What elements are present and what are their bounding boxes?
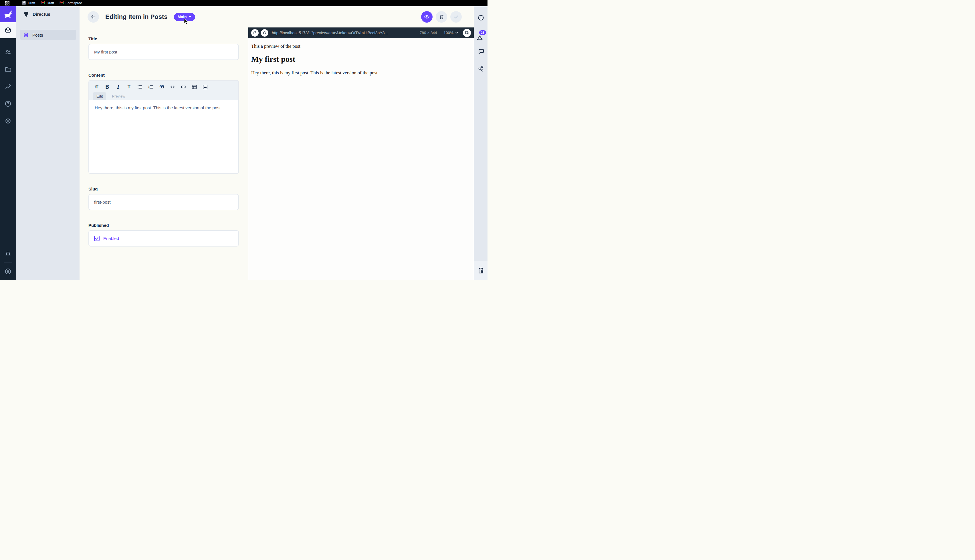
open-in-new-button[interactable] (251, 29, 258, 37)
content-textarea[interactable]: Hey there, this is my first post. This i… (89, 100, 238, 173)
refresh-icon (262, 31, 267, 35)
preview-heading: My first post (251, 55, 467, 64)
directus-app: Directus Posts Editing Item in Posts Mai… (0, 6, 488, 280)
header-actions (421, 11, 462, 23)
tab-label: Draft (47, 1, 54, 5)
content-value: Hey there, this is my first post. This i… (95, 105, 232, 111)
title-input[interactable]: My first post (88, 44, 239, 60)
sidebar-item-posts[interactable]: Posts (20, 30, 76, 40)
published-checkbox[interactable] (94, 236, 100, 241)
format-text-size-icon[interactable]: tT (93, 83, 100, 90)
blockquote-icon[interactable]: 99 (158, 83, 165, 90)
table-icon[interactable] (191, 83, 198, 90)
help-icon (4, 100, 12, 108)
notifications-bell[interactable] (0, 245, 16, 263)
browser-tab-calendar-draft[interactable]: 31 Draft (22, 0, 35, 6)
browser-tab-formspree[interactable]: Formspree (60, 1, 82, 5)
strikethrough-icon[interactable]: T (126, 83, 132, 90)
info-icon (477, 14, 484, 21)
image-icon[interactable] (202, 83, 208, 90)
module-bar (0, 6, 16, 280)
insights-icon (4, 83, 12, 90)
content-cube-icon (4, 27, 12, 34)
refresh-button[interactable] (261, 29, 268, 37)
gear-icon (4, 117, 12, 125)
chevron-down-icon (188, 16, 192, 18)
preview-page: This a preview of the post My first post… (248, 38, 474, 76)
content-label: Content (88, 73, 239, 78)
module-file-library[interactable] (0, 61, 16, 78)
page-header: Editing Item in Posts Main (80, 6, 474, 27)
live-preview-button[interactable] (421, 11, 433, 23)
apps-grid-icon[interactable] (4, 0, 10, 6)
version-selector-button[interactable]: Main (174, 13, 195, 21)
version-label: Main (178, 15, 187, 19)
title-value: My first post (94, 50, 117, 54)
users-icon (4, 48, 12, 56)
right-sidebar: 25 (474, 6, 488, 280)
browser-topbar: 31 Draft Draft Formspree (0, 0, 488, 6)
project-logo-icon (23, 12, 30, 17)
published-label: Published (88, 223, 239, 228)
code-icon[interactable] (169, 83, 176, 90)
zoom-select[interactable]: 100% (443, 31, 458, 35)
module-user-directory[interactable] (0, 44, 16, 61)
numbered-list-icon[interactable]: 1 2 3 (147, 83, 154, 90)
zoom-value: 100% (443, 31, 453, 35)
link-icon[interactable] (180, 83, 187, 90)
directus-logo[interactable] (0, 6, 16, 22)
preview-dimensions: 780 × 844 (420, 31, 437, 35)
title-label: Title (88, 36, 239, 41)
check-icon (453, 14, 459, 20)
right-sidebar-footer (474, 261, 488, 280)
module-insights[interactable] (0, 78, 16, 95)
delete-button[interactable] (436, 11, 447, 23)
editor-toolbar-area: tT B I T (89, 81, 238, 100)
activity-log-button[interactable] (477, 267, 484, 274)
database-icon (23, 32, 29, 38)
preview-url[interactable]: http://localhost:5173/1?preview=true&tok… (272, 31, 416, 35)
tab-edit[interactable]: Edit (93, 92, 106, 100)
bullet-list-icon[interactable] (137, 83, 143, 90)
svg-text:3: 3 (148, 88, 150, 90)
back-button[interactable] (88, 11, 99, 23)
eye-icon (424, 14, 430, 20)
published-checkbox-label[interactable]: Enabled (103, 236, 119, 241)
gmail-icon (41, 1, 45, 5)
info-button[interactable] (477, 14, 484, 21)
preview-toolbar: http://localhost:5173/1?preview=true&tok… (248, 27, 474, 38)
module-content[interactable] (0, 22, 16, 38)
share-icon (477, 65, 484, 72)
folder-icon (4, 66, 12, 73)
revisions-button[interactable]: 25 (476, 30, 486, 42)
project-name: Directus (33, 12, 50, 17)
page-title: Editing Item in Posts (105, 13, 168, 21)
module-docs[interactable] (0, 95, 16, 112)
tab-preview[interactable]: Preview (108, 94, 128, 98)
rabbit-icon (3, 10, 13, 18)
bold-icon[interactable]: B (104, 83, 111, 90)
comment-icon (477, 48, 484, 55)
device-toggle-button[interactable] (463, 29, 471, 37)
trash-icon (438, 14, 445, 20)
shares-button[interactable] (477, 65, 484, 72)
italic-icon[interactable]: I (115, 83, 122, 90)
clipboard-clock-icon (477, 267, 484, 274)
preview-intro-text: This a preview of the post (251, 43, 467, 49)
open-in-new-icon (253, 31, 257, 35)
editor-toolbar: tT B I T (93, 83, 234, 91)
comments-button[interactable] (477, 48, 484, 55)
save-button[interactable] (450, 11, 462, 23)
slug-input[interactable]: first-post (88, 194, 239, 210)
account-avatar[interactable] (0, 263, 16, 280)
back-arrow-icon (90, 14, 97, 20)
account-circle-icon (4, 268, 12, 275)
main-body: Title My first post Content tT B I T (80, 27, 474, 280)
calendar-icon: 31 (22, 0, 26, 6)
tab-label: Formspree (65, 1, 82, 5)
project-header[interactable]: Directus (16, 6, 80, 22)
live-preview-panel: http://localhost:5173/1?preview=true&tok… (248, 27, 474, 280)
module-settings[interactable] (0, 112, 16, 130)
main-area: Editing Item in Posts Main (80, 6, 474, 280)
browser-tab-gmail-draft[interactable]: Draft (41, 1, 54, 5)
